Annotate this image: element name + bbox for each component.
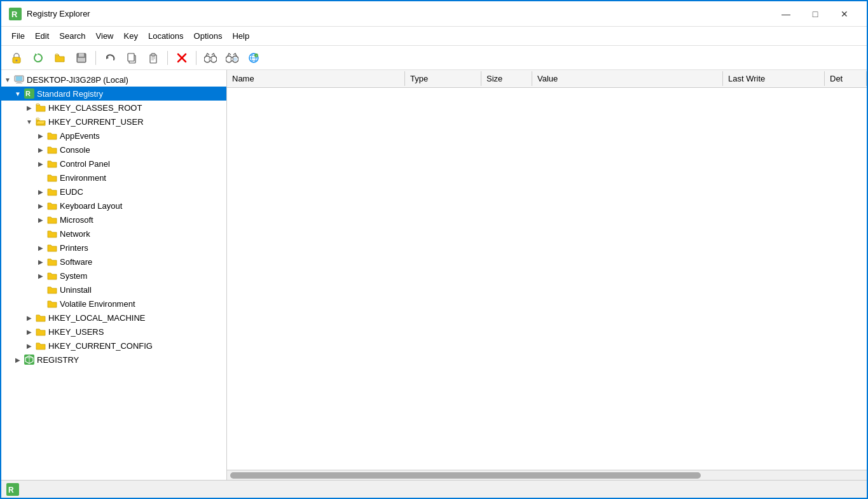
svg-point-24 — [233, 57, 237, 61]
save-button[interactable] — [71, 49, 92, 67]
toolbar-sep-1 — [95, 51, 96, 65]
console-expand[interactable]: ▶ — [36, 144, 46, 155]
tree-standard-registry[interactable]: ▼ R Standard Registry — [1, 87, 226, 101]
refresh-button[interactable] — [28, 49, 48, 67]
tree-registry[interactable]: ▶ REGISTRY — [1, 353, 226, 367]
undo-button[interactable] — [100, 49, 120, 67]
root-expand[interactable]: ▼ — [3, 74, 13, 85]
lock-button[interactable] — [6, 49, 27, 67]
hkcc-expand[interactable]: ▶ — [24, 341, 34, 351]
tree-console[interactable]: ▶ Console — [1, 143, 226, 157]
environment-label: Environment — [59, 173, 106, 183]
menu-key[interactable]: Key — [119, 29, 143, 43]
svg-text:R: R — [25, 90, 31, 97]
tree-keyboardlayout[interactable]: ▶ Keyboard Layout — [1, 199, 226, 213]
hkcu-expand[interactable]: ▼ — [24, 116, 34, 127]
svg-rect-7 — [78, 58, 85, 62]
tree-hkcc[interactable]: ▶ HKEY_CURRENT_CONFIG — [1, 339, 226, 353]
h-scrollbar[interactable] — [227, 470, 867, 480]
uninstall-expand: ▶ — [36, 285, 46, 295]
menu-help[interactable]: Help — [227, 29, 254, 43]
folder-icon — [47, 186, 57, 197]
col-size-header[interactable]: Size — [481, 71, 532, 86]
right-panel: Name Type Size Value Last Write Det — [227, 70, 867, 480]
close-button[interactable]: ✕ — [830, 5, 859, 23]
software-expand[interactable]: ▶ — [36, 257, 46, 267]
tree-panel[interactable]: ▼ DESKTOP-JI3G28P (Local) ▼ R Stand — [1, 70, 227, 480]
svg-rect-10 — [128, 53, 134, 61]
copy-button[interactable] — [121, 49, 142, 67]
menu-options[interactable]: Options — [189, 29, 228, 43]
menu-file[interactable]: File — [6, 29, 30, 43]
paste-button[interactable] — [143, 49, 163, 67]
svg-rect-20 — [209, 58, 212, 60]
tree-system[interactable]: ▶ System — [1, 269, 226, 283]
microsoft-expand[interactable]: ▶ — [36, 214, 46, 225]
menu-view[interactable]: View — [91, 29, 119, 43]
menu-edit[interactable]: Edit — [30, 29, 54, 43]
tree-hkcu[interactable]: ▼ HKEY_CURRENT_USER — [1, 115, 226, 129]
standard-registry-expand[interactable]: ▼ — [13, 88, 23, 99]
registry-cube-icon — [24, 355, 34, 365]
search-next-button[interactable] — [222, 49, 242, 67]
save-icon — [76, 52, 87, 64]
controlpanel-expand[interactable]: ▶ — [36, 158, 46, 169]
app-icon: R — [9, 8, 22, 20]
tree-eudc[interactable]: ▶ EUDC — [1, 185, 226, 199]
tree-hkcr[interactable]: ▶ HKEY_CLASSES_ROOT — [1, 101, 226, 115]
tree-printers[interactable]: ▶ Printers — [1, 241, 226, 255]
svg-marker-4 — [35, 53, 38, 56]
svg-text:R: R — [8, 486, 14, 495]
tree-hklm[interactable]: ▶ HKEY_LOCAL_MACHINE — [1, 311, 226, 325]
hku-label: HKEY_USERS — [47, 327, 104, 337]
svg-rect-33 — [16, 76, 22, 81]
hkcr-expand[interactable]: ▶ — [24, 102, 34, 113]
col-value-header[interactable]: Value — [532, 71, 723, 86]
system-expand[interactable]: ▶ — [36, 271, 46, 281]
hklm-expand[interactable]: ▶ — [24, 313, 34, 323]
folder-icon — [47, 242, 57, 253]
svg-text:R: R — [11, 10, 18, 19]
maximize-button[interactable]: □ — [801, 5, 830, 23]
title-bar: R Registry Explorer — □ ✕ — [1, 1, 867, 27]
search-button[interactable] — [200, 49, 221, 67]
tree-uninstall[interactable]: ▶ Uninstall — [1, 283, 226, 297]
registry-expand[interactable]: ▶ — [13, 355, 23, 365]
h-scrollbar-thumb[interactable] — [230, 472, 701, 479]
tree-network[interactable]: ▶ Network — [1, 227, 226, 241]
keyboardlayout-expand[interactable]: ▶ — [36, 200, 46, 211]
col-type-header[interactable]: Type — [405, 71, 481, 86]
hkcu-label: HKEY_CURRENT_USER — [47, 117, 144, 127]
globe-button[interactable]: ✓ — [244, 49, 264, 67]
environment-expand: ▶ — [36, 172, 46, 183]
tree-environment[interactable]: ▶ Environment — [1, 171, 226, 185]
folder-icon — [36, 327, 46, 337]
hku-expand[interactable]: ▶ — [24, 327, 34, 337]
eudc-expand[interactable]: ▶ — [36, 186, 46, 197]
col-detail-header[interactable]: Det — [825, 71, 867, 86]
tree-appevents[interactable]: ▶ AppEvents — [1, 129, 226, 143]
tree-microsoft[interactable]: ▶ Microsoft — [1, 213, 226, 227]
appevents-expand[interactable]: ▶ — [36, 130, 46, 141]
tree-software[interactable]: ▶ Software — [1, 255, 226, 269]
col-name-header[interactable]: Name — [227, 71, 405, 86]
tree-controlpanel[interactable]: ▶ Control Panel — [1, 157, 226, 171]
appevents-label: AppEvents — [59, 131, 100, 141]
delete-button[interactable] — [172, 49, 192, 67]
svg-point-3 — [16, 59, 18, 61]
printers-expand[interactable]: ▶ — [36, 242, 46, 253]
tree-volatile[interactable]: ▶ Volatile Environment — [1, 297, 226, 311]
console-label: Console — [59, 145, 90, 155]
menu-search[interactable]: Search — [54, 29, 90, 43]
column-headers: Name Type Size Value Last Write Det — [227, 70, 867, 88]
folder-icon — [47, 158, 57, 169]
tree-hku[interactable]: ▶ HKEY_USERS — [1, 325, 226, 339]
open-button[interactable] — [50, 49, 70, 67]
folder-icon — [47, 214, 57, 225]
menu-locations[interactable]: Locations — [143, 29, 189, 43]
tree-root[interactable]: ▼ DESKTOP-JI3G28P (Local) — [1, 73, 226, 87]
hkcc-label: HKEY_CURRENT_CONFIG — [47, 341, 153, 351]
col-lastwrite-header[interactable]: Last Write — [723, 71, 825, 86]
minimize-button[interactable]: — — [771, 5, 801, 23]
svg-text:✓: ✓ — [256, 54, 258, 57]
